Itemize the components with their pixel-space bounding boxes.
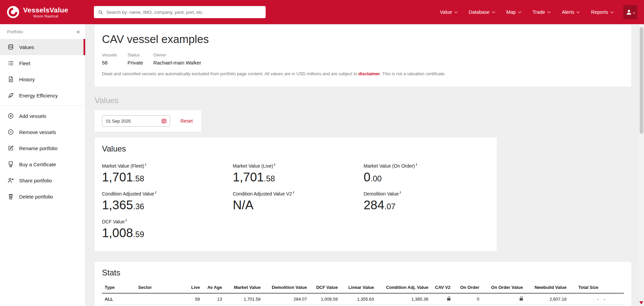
sidebar-action-label: Buy a Certificate bbox=[19, 162, 56, 167]
brand-tagline: Veson Nautical bbox=[33, 14, 58, 18]
col-on-order-value: On Order Value bbox=[482, 282, 526, 293]
user-icon bbox=[626, 9, 632, 15]
table-row-bulker[interactable]: BULKER 31 3 1,101.56 159.54 439.93 900.2… bbox=[102, 305, 624, 306]
sidebar-item-label: Energy Efficiency bbox=[19, 93, 58, 98]
info-icon[interactable]: i bbox=[145, 162, 146, 166]
metric-int: 1,701 bbox=[102, 170, 133, 184]
metric-dec: .07 bbox=[384, 202, 395, 211]
leaf-icon bbox=[7, 92, 14, 99]
meta-status: Status Private bbox=[127, 52, 153, 65]
metric-label: Condition Adjusted Value V2 bbox=[233, 191, 292, 196]
sidebar-action-share-portfolio[interactable]: Share portfolio bbox=[0, 172, 85, 188]
info-icon[interactable]: i bbox=[400, 190, 401, 194]
info-icon[interactable]: i bbox=[125, 218, 126, 222]
meta-vessels: Vessels 58 bbox=[102, 52, 127, 65]
values-section-title: Values bbox=[95, 96, 631, 105]
sidebar-divider bbox=[0, 105, 85, 106]
sidebar-item-fleet[interactable]: Fleet bbox=[0, 55, 85, 71]
page-title: CAV vessel examples bbox=[102, 33, 624, 46]
metrics-grid: Market Value (Fleet)i 1,701.58 Market Va… bbox=[102, 162, 489, 240]
nav-value-label: Value bbox=[440, 9, 452, 15]
info-icon[interactable]: i bbox=[155, 190, 156, 194]
sidebar-action-rename-portfolio[interactable]: Rename portfolio bbox=[0, 140, 85, 156]
meta-label: Status bbox=[127, 52, 153, 57]
sidebar-action-remove-vessels[interactable]: Remove vessels bbox=[0, 124, 85, 140]
disclaimer-link[interactable]: disclaimer bbox=[359, 71, 380, 76]
values-card-title: Values bbox=[102, 144, 489, 154]
cell-av-age: 3 bbox=[203, 305, 225, 306]
disclaimer-before: Dead and cancelled vessels are automatic… bbox=[102, 71, 359, 76]
cell-sector bbox=[136, 293, 169, 305]
user-menu-button[interactable] bbox=[623, 5, 637, 19]
calendar-icon[interactable] bbox=[161, 118, 167, 124]
trash-icon bbox=[7, 193, 14, 200]
sidebar-action-label: Add vessels bbox=[19, 113, 46, 119]
scrollbar-thumb[interactable] bbox=[640, 27, 643, 134]
lock-icon bbox=[447, 298, 450, 301]
nav-database[interactable]: Database bbox=[469, 9, 495, 15]
meta-value: Private bbox=[127, 60, 153, 65]
sidebar-action-add-vessels[interactable]: Add vessels bbox=[0, 108, 85, 124]
nav-trade-label: Trade bbox=[533, 9, 545, 15]
info-icon[interactable]: i bbox=[416, 162, 417, 166]
sidebar-item-values[interactable]: Values bbox=[0, 39, 85, 55]
reset-button[interactable]: Reset bbox=[180, 118, 193, 124]
sidebar-item-history[interactable]: History bbox=[0, 71, 85, 87]
vertical-scrollbar[interactable] bbox=[639, 24, 644, 306]
nav-alerts[interactable]: Alerts bbox=[562, 9, 579, 15]
sidebar-item-label: History bbox=[19, 77, 35, 82]
search-icon bbox=[98, 10, 103, 15]
metric-int: 1,008 bbox=[102, 226, 133, 240]
cell-condition-adj-value: 1,365.36 bbox=[377, 293, 431, 305]
scroll-down-arrow-icon bbox=[639, 301, 643, 304]
cell-av-age: 13 bbox=[203, 293, 225, 305]
portfolio-sidebar: Portfolio « Values Fleet History Energy … bbox=[0, 24, 86, 306]
nav-trade[interactable]: Trade bbox=[533, 9, 550, 15]
info-icon[interactable]: i bbox=[274, 162, 275, 166]
chevron-down-icon bbox=[577, 10, 580, 13]
global-search[interactable] bbox=[94, 6, 266, 18]
chevron-down-icon bbox=[518, 10, 521, 13]
search-input[interactable] bbox=[106, 9, 262, 15]
sidebar-item-energy-efficiency[interactable]: Energy Efficiency bbox=[0, 87, 85, 103]
cell-on-order-value bbox=[482, 293, 526, 305]
sidebar-action-buy-certificate[interactable]: Buy a Certificate bbox=[0, 156, 85, 172]
date-field[interactable] bbox=[105, 118, 149, 124]
col-unit bbox=[601, 282, 624, 293]
nav-map-label: Map bbox=[506, 9, 516, 15]
stats-card: Stats Type Sector Live Av Age Market Val… bbox=[95, 262, 631, 306]
metric-label: DCF Value bbox=[102, 219, 124, 224]
main-content: CAV vessel examples Vessels 58 Status Pr… bbox=[86, 24, 639, 306]
brand-logo[interactable]: VesselsValue Veson Nautical bbox=[7, 6, 80, 18]
cell-unit: - bbox=[601, 293, 624, 305]
metric-condition-adjusted-value-v2: Condition Adjusted Value V2i N/A bbox=[233, 190, 364, 212]
disclaimer-after: . This is not a valuation certificate. bbox=[380, 71, 446, 76]
metric-int: 1,701 bbox=[233, 170, 264, 184]
cell-newbuild-value: 2,607.18 bbox=[526, 293, 569, 305]
lock-icon bbox=[520, 298, 523, 301]
metric-market-value-live: Market Value (Live)i 1,701.58 bbox=[233, 162, 364, 184]
nav-database-label: Database bbox=[469, 9, 490, 15]
nav-map[interactable]: Map bbox=[506, 9, 521, 15]
top-bar: VesselsValue Veson Nautical Value Databa… bbox=[0, 0, 644, 24]
cell-total-size: - bbox=[569, 293, 601, 305]
meta-value: Rachael-main Walker bbox=[153, 60, 201, 65]
cell-linear-value: 900.21 bbox=[340, 305, 377, 306]
minus-circle-icon bbox=[7, 129, 14, 135]
cell-total-size: 2,415,200 bbox=[569, 305, 601, 306]
certificate-icon bbox=[7, 161, 14, 168]
metric-label: Demolition Value bbox=[364, 191, 399, 196]
sidebar-action-delete-portfolio[interactable]: Delete portfolio bbox=[0, 188, 85, 205]
nav-reports[interactable]: Reports bbox=[591, 9, 613, 15]
share-person-icon bbox=[7, 177, 14, 184]
nav-value[interactable]: Value bbox=[440, 9, 457, 15]
metric-market-value-fleet: Market Value (Fleet)i 1,701.58 bbox=[102, 162, 233, 184]
metric-dec: .58 bbox=[264, 174, 275, 183]
metric-condition-adjusted-value: Condition Adjusted Valuei 1,365.36 bbox=[102, 190, 233, 212]
collapse-sidebar-icon[interactable]: « bbox=[76, 29, 80, 35]
valuation-date-input[interactable] bbox=[102, 115, 170, 127]
info-icon[interactable]: i bbox=[293, 190, 294, 194]
cell-on-order-value bbox=[482, 305, 526, 306]
table-row-all[interactable]: ALL 58 13 1,701.58 284.07 1,008.59 1,355… bbox=[102, 293, 624, 305]
edit-pencil-icon bbox=[7, 145, 14, 151]
